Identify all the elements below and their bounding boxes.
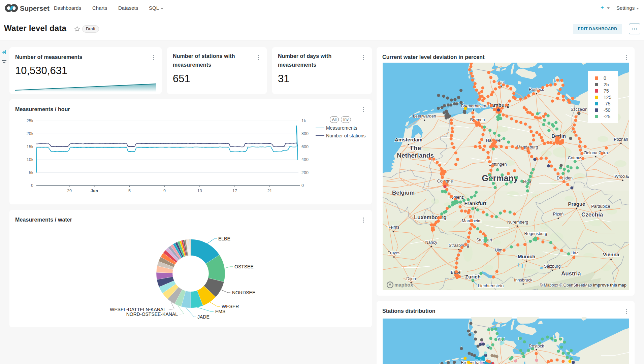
svg-text:5k: 5k <box>29 170 34 175</box>
svg-text:29: 29 <box>67 189 72 193</box>
svg-text:0: 0 <box>31 183 33 188</box>
svg-text:Leeuwarden: Leeuwarden <box>413 114 436 119</box>
svg-text:Belgium: Belgium <box>392 190 415 196</box>
svg-text:Rostock: Rostock <box>529 344 544 349</box>
svg-text:125: 125 <box>604 95 612 100</box>
svg-text:Vienna: Vienna <box>603 252 620 257</box>
svg-text:JADE: JADE <box>197 314 210 320</box>
svg-text:Ulm: Ulm <box>495 248 502 253</box>
svg-text:Pardubice: Pardubice <box>591 204 610 209</box>
svg-text:Regensburg: Regensburg <box>524 231 547 236</box>
svg-text:Austria: Austria <box>561 270 581 277</box>
svg-text:400: 400 <box>301 157 309 162</box>
svg-text:1k: 1k <box>301 119 306 123</box>
svg-text:WESEL-DATTELN-KANAL: WESEL-DATTELN-KANAL <box>110 307 166 312</box>
svg-text:The: The <box>410 144 421 152</box>
svg-text:Zurich: Zurich <box>465 274 481 279</box>
svg-text:Reims: Reims <box>387 225 399 230</box>
svg-text:Nancy: Nancy <box>425 240 438 245</box>
svg-text:600: 600 <box>301 144 309 149</box>
svg-text:NORDSEE: NORDSEE <box>232 290 255 295</box>
svg-text:Poznań: Poznań <box>614 137 628 142</box>
svg-text:20k: 20k <box>27 131 34 136</box>
svg-text:Amsterdam: Amsterdam <box>395 137 423 142</box>
svg-text:Netherlands: Netherlands <box>397 152 434 159</box>
svg-text:Czechia: Czechia <box>581 211 603 218</box>
svg-text:-75: -75 <box>604 101 610 106</box>
svg-text:Dresden: Dresden <box>557 176 573 180</box>
svg-text:Innsbruck: Innsbruck <box>514 278 533 283</box>
svg-text:Dijon: Dijon <box>406 276 416 281</box>
svg-text:17: 17 <box>232 189 237 193</box>
svg-text:mapbox: mapbox <box>394 282 413 288</box>
svg-text:10k: 10k <box>27 157 34 162</box>
svg-text:Jun: Jun <box>91 189 98 193</box>
svg-text:Wrocław: Wrocław <box>615 174 629 179</box>
svg-text:Linz: Linz <box>571 251 578 255</box>
svg-text:Szczecin: Szczecin <box>571 107 587 112</box>
svg-text:Troyes: Troyes <box>388 251 400 255</box>
svg-text:75: 75 <box>604 88 609 94</box>
svg-text:ELBE: ELBE <box>218 236 230 241</box>
svg-text:Frankfurt: Frankfurt <box>464 200 486 206</box>
svg-text:Liechtenstein: Liechtenstein <box>478 283 504 288</box>
svg-text:0: 0 <box>301 183 304 188</box>
svg-text:Munich: Munich <box>518 254 536 259</box>
svg-text:5: 5 <box>128 189 131 193</box>
svg-text:OSTSEE: OSTSEE <box>234 264 254 269</box>
svg-text:25: 25 <box>604 82 609 87</box>
svg-text:0: 0 <box>604 75 606 81</box>
svg-text:© Mapbox © OpenStreetMap Impro: © Mapbox © OpenStreetMap Improve this ma… <box>540 283 626 288</box>
svg-text:15k: 15k <box>27 144 34 149</box>
svg-text:Nuremberg: Nuremberg <box>507 220 528 225</box>
svg-text:200: 200 <box>301 170 309 175</box>
svg-text:13: 13 <box>197 189 202 193</box>
svg-text:Cottbus: Cottbus <box>568 156 582 160</box>
svg-text:800: 800 <box>301 131 309 136</box>
svg-text:-50: -50 <box>604 107 610 113</box>
svg-text:Zielona Góra: Zielona Góra <box>583 151 608 155</box>
svg-text:9: 9 <box>163 189 166 193</box>
svg-text:25k: 25k <box>27 119 34 123</box>
svg-text:Germany: Germany <box>482 173 518 183</box>
svg-text:Salzburg: Salzburg <box>544 264 560 269</box>
svg-text:Plzeň: Plzeň <box>553 212 564 217</box>
svg-text:EMS: EMS <box>215 309 225 314</box>
svg-text:Superset: Superset <box>20 4 50 12</box>
svg-text:NORD-OSTSEE-KANAL: NORD-OSTSEE-KANAL <box>126 311 178 317</box>
svg-text:Prague: Prague <box>568 201 585 207</box>
svg-text:WESER: WESER <box>222 304 239 309</box>
svg-text:21: 21 <box>267 189 272 193</box>
svg-text:-25: -25 <box>604 114 610 119</box>
